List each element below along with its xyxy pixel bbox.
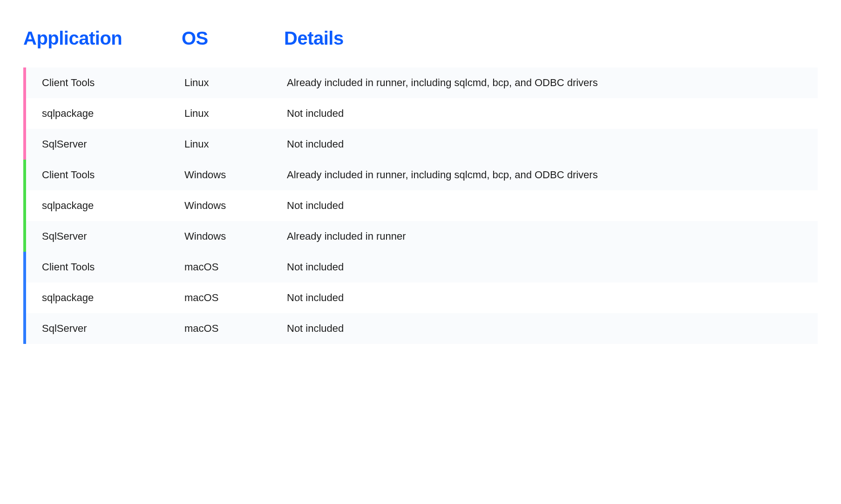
cell-application: Client Tools <box>42 169 184 181</box>
cell-os: macOS <box>184 292 287 304</box>
cell-application: SqlServer <box>42 323 184 335</box>
cell-details: Already included in runner <box>287 230 818 242</box>
cell-details: Not included <box>287 292 818 304</box>
cell-os: Linux <box>184 108 287 120</box>
cell-os: macOS <box>184 323 287 335</box>
table-row: SqlServerLinuxNot included <box>26 129 818 160</box>
header-details: Details <box>284 28 818 49</box>
cell-details: Not included <box>287 138 818 150</box>
header-os: OS <box>182 28 284 49</box>
table-body: Client ToolsLinuxAlready included in run… <box>23 67 818 344</box>
table-row: Client ToolsLinuxAlready included in run… <box>26 67 818 98</box>
cell-application: Client Tools <box>42 77 184 89</box>
cell-application: SqlServer <box>42 138 184 150</box>
application-os-table: Application OS Details Client ToolsLinux… <box>23 28 818 344</box>
table-header-row: Application OS Details <box>23 28 818 67</box>
cell-application: sqlpackage <box>42 292 184 304</box>
header-application: Application <box>23 28 182 49</box>
cell-os: Windows <box>184 169 287 181</box>
cell-application: sqlpackage <box>42 200 184 212</box>
table-row: sqlpackageLinuxNot included <box>26 98 818 129</box>
cell-os: Windows <box>184 200 287 212</box>
cell-os: macOS <box>184 261 287 273</box>
cell-details: Not included <box>287 200 818 212</box>
cell-details: Not included <box>287 323 818 335</box>
cell-application: Client Tools <box>42 261 184 273</box>
cell-details: Already included in runner, including sq… <box>287 77 818 89</box>
table-row: SqlServermacOSNot included <box>26 313 818 344</box>
table-row: sqlpackagemacOSNot included <box>26 282 818 313</box>
table-row: sqlpackageWindowsNot included <box>26 190 818 221</box>
cell-os: Linux <box>184 138 287 150</box>
table-row: SqlServerWindowsAlready included in runn… <box>26 221 818 252</box>
table-row: Client ToolsWindowsAlready included in r… <box>26 160 818 190</box>
cell-application: SqlServer <box>42 230 184 242</box>
cell-details: Not included <box>287 108 818 120</box>
table-row: Client ToolsmacOSNot included <box>26 252 818 282</box>
cell-details: Not included <box>287 261 818 273</box>
cell-os: Linux <box>184 77 287 89</box>
cell-details: Already included in runner, including sq… <box>287 169 818 181</box>
cell-application: sqlpackage <box>42 108 184 120</box>
table-group: Client ToolsLinuxAlready included in run… <box>23 67 818 160</box>
cell-os: Windows <box>184 230 287 242</box>
table-group: Client ToolsmacOSNot includedsqlpackagem… <box>23 252 818 344</box>
table-group: Client ToolsWindowsAlready included in r… <box>23 160 818 252</box>
